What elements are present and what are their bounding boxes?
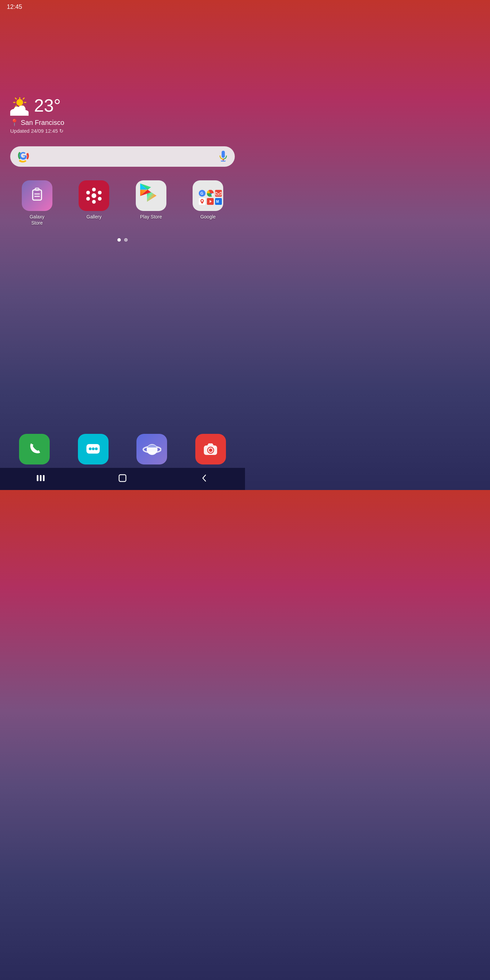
svg-rect-57 <box>40 475 41 481</box>
back-button[interactable] <box>196 471 213 485</box>
svg-text:M: M <box>216 200 219 204</box>
dock-internet[interactable] <box>124 434 180 465</box>
weather-updated: Updated 24/09 12:45 ↻ <box>10 128 64 134</box>
messages-icon <box>78 434 108 465</box>
svg-rect-15 <box>221 151 225 158</box>
app-gallery[interactable]: Gallery <box>67 180 121 226</box>
camera-icon <box>195 434 226 465</box>
weather-location: 📍 San Francisco <box>10 118 64 127</box>
phone-icon <box>19 434 50 465</box>
weather-city: San Francisco <box>21 119 64 127</box>
app-grid: GalaxyStore Gallery <box>10 180 235 226</box>
svg-text:G: G <box>200 191 204 195</box>
svg-rect-39 <box>215 190 222 197</box>
svg-rect-17 <box>33 190 41 200</box>
status-bar: 12:45 <box>0 0 245 14</box>
svg-point-22 <box>92 188 96 192</box>
weather-main: 23° <box>10 95 64 116</box>
home-button[interactable] <box>114 471 131 485</box>
app-play-store[interactable]: Play Store <box>124 180 178 226</box>
svg-point-48 <box>92 447 95 450</box>
weather-icon <box>10 97 30 114</box>
weather-widget[interactable]: 23° 📍 San Francisco Updated 24/09 12:45 … <box>10 95 64 134</box>
svg-point-21 <box>92 193 96 198</box>
samsung-internet-icon <box>137 434 167 465</box>
svg-line-6 <box>23 98 24 99</box>
svg-rect-59 <box>119 475 126 482</box>
galaxy-store-label: GalaxyStore <box>30 214 45 226</box>
refresh-icon: ↻ <box>59 128 64 134</box>
dock <box>7 434 238 465</box>
gallery-label: Gallery <box>86 214 102 220</box>
svg-point-25 <box>92 200 96 204</box>
svg-point-55 <box>213 447 215 448</box>
page-dot-2[interactable] <box>124 238 127 242</box>
svg-rect-14 <box>10 111 29 116</box>
svg-rect-18 <box>35 188 39 190</box>
svg-point-27 <box>86 191 90 195</box>
app-google-folder[interactable]: G M Google <box>181 180 235 226</box>
nav-bar <box>0 468 245 490</box>
google-folder-label: Google <box>200 214 216 220</box>
google-g-icon <box>17 150 29 163</box>
svg-point-47 <box>89 447 92 450</box>
play-store-icon <box>136 180 166 211</box>
svg-point-23 <box>98 191 102 195</box>
status-time: 12:45 <box>7 3 22 11</box>
voice-search-icon[interactable] <box>218 150 228 163</box>
svg-rect-58 <box>43 475 45 481</box>
svg-point-24 <box>98 197 102 201</box>
dock-phone[interactable] <box>7 434 62 465</box>
svg-point-26 <box>86 197 90 201</box>
dock-camera[interactable] <box>183 434 239 465</box>
page-dot-1[interactable] <box>118 238 121 242</box>
svg-point-49 <box>95 447 98 450</box>
play-store-label: Play Store <box>140 214 162 220</box>
svg-point-54 <box>209 449 212 452</box>
google-search-bar[interactable] <box>10 146 235 167</box>
weather-temperature: 23° <box>34 95 61 116</box>
google-folder-icon: G M <box>192 180 223 211</box>
svg-point-41 <box>202 200 203 202</box>
app-galaxy-store[interactable]: GalaxyStore <box>10 180 64 226</box>
svg-rect-56 <box>37 475 38 481</box>
dock-messages[interactable] <box>66 434 121 465</box>
svg-line-5 <box>15 98 16 99</box>
page-dots <box>0 238 245 242</box>
svg-point-0 <box>16 99 23 106</box>
location-pin-icon: 📍 <box>10 118 19 127</box>
galaxy-store-icon <box>22 180 52 211</box>
recents-button[interactable] <box>32 471 49 485</box>
gallery-icon <box>79 180 109 211</box>
